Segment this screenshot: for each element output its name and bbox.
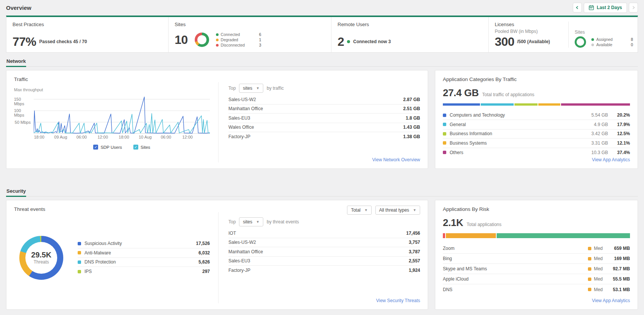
x-tick: 06:00 <box>77 135 87 139</box>
by-threat-events-label: by threat events <box>267 219 299 225</box>
threat-type-name: DNS Protection <box>84 259 116 265</box>
category-name: General <box>450 122 466 127</box>
view-app-analytics-link[interactable]: View App Analytics <box>592 157 630 162</box>
risk-app-row[interactable]: Bing Med 169 MB <box>443 254 630 264</box>
date-next-button[interactable] <box>629 3 638 12</box>
status-value: 6 <box>259 32 261 37</box>
category-row[interactable]: Others 10.3 GB 37.4% <box>443 148 630 158</box>
status-label: Assigned <box>596 37 613 42</box>
date-prev-button[interactable] <box>573 3 582 12</box>
threat-type-count: 297 <box>202 269 210 274</box>
risk-app-row[interactable]: Zoom Med 659 MB <box>443 243 630 254</box>
kpi-licenses[interactable]: Licenses Pooled BW (in Mbps) 300 /500 (A… <box>489 17 639 52</box>
status-label: Disconnected <box>221 42 245 48</box>
kpi-remote-users[interactable]: Remote Users 2 Connected now 3 <box>331 17 489 52</box>
list-item[interactable]: Wales Office 1.43 GB <box>228 123 420 133</box>
site-threats: 17,456 <box>406 231 420 236</box>
section-security: Security <box>6 187 638 196</box>
list-item[interactable]: Sales-US-W2 3,757 <box>228 238 420 248</box>
site-name: Manhattan Office <box>228 249 263 254</box>
risk-badge: Med <box>588 276 603 282</box>
legend-row: Assigned 8 <box>591 37 633 42</box>
top-bar: Overview Last 2 Days <box>0 0 644 15</box>
threats-total-caption: Threats <box>34 259 49 265</box>
site-name: IOT <box>228 231 236 236</box>
list-item[interactable]: Sales-EU3 2,557 <box>228 257 420 266</box>
category-percent: 37.4% <box>608 150 630 155</box>
threats-donut: 29.5K Threats <box>19 236 63 280</box>
x-tick: 12:00 <box>182 135 193 139</box>
license-sites-legend: Assigned 8 Available 0 <box>591 37 633 47</box>
threats-legend: Suspicious Activity 17,526 Anti-Malware … <box>78 239 210 276</box>
date-range-button[interactable]: Last 2 Days <box>584 3 627 13</box>
x-tick: 09 Aug <box>54 135 67 139</box>
x-tick: 18:00 <box>119 135 129 139</box>
status-dot <box>216 44 219 47</box>
category-row[interactable]: Computers and Technology 5.54 GB 20.2% <box>443 111 630 120</box>
view-app-analytics-link[interactable]: View App Analytics <box>592 298 630 303</box>
sites-status-legend: Connected 6 Degraded 1 Disconnected <box>216 32 261 48</box>
status-value: 1 <box>259 37 261 42</box>
category-row[interactable]: Business Systems 3.31 GB 12.1% <box>443 139 630 148</box>
kpi-best-practices[interactable]: Best Practices 77% Passed checks 45 / 70 <box>6 17 169 52</box>
legend-row: Available 0 <box>591 42 633 47</box>
category-traffic: 3.42 GB <box>591 131 608 136</box>
top-entity-dropdown[interactable]: sites ▼ <box>239 84 263 93</box>
risk-app-row[interactable]: Skype and MS Teams Med 92.7 MB <box>443 264 630 274</box>
category-color-swatch <box>443 132 446 136</box>
category-percent: 20.2% <box>608 112 630 118</box>
risk-app-list: Zoom Med 659 MB Bing Med <box>443 243 630 295</box>
chevron-down-icon: ▼ <box>256 220 259 224</box>
top-traffic-list: Sales-US-W2 2.87 GB Manhattan Office 2.5… <box>228 95 420 142</box>
list-item[interactable]: Manhattan Office 3,787 <box>228 247 420 257</box>
app-name: Zoom <box>443 246 455 251</box>
status-value: 0 <box>631 42 633 47</box>
risk-app-row[interactable]: DNS Med 53.1 MB <box>443 284 630 295</box>
series-checkbox[interactable]: ✓ SDP Users <box>93 145 122 150</box>
kpi-sites[interactable]: Sites 10 Connected 6 Degr <box>169 17 331 52</box>
site-name: Factory-JP <box>228 134 250 139</box>
category-name: Business Information <box>450 131 492 136</box>
traffic-card: Traffic Max throughput 150 Mbps 100 Mbps… <box>6 70 428 169</box>
app-categories-card: Application Categories By Traffic 27.4 G… <box>435 70 638 169</box>
threat-filter-dropdown[interactable]: All threat types ▼ <box>375 206 420 215</box>
threat-filter-dropdown[interactable]: Total ▼ <box>347 206 371 215</box>
list-item[interactable]: IOT 17,456 <box>228 229 420 238</box>
site-name: Factory-JP <box>228 268 250 273</box>
risk-level-label: Med <box>594 276 603 282</box>
pooled-bw-value: 300 <box>495 36 514 48</box>
traffic-card-title: Traffic <box>14 76 420 82</box>
y-tick: 100 Mbps <box>14 108 31 117</box>
threat-type-row: Suspicious Activity 17,526 <box>78 239 210 249</box>
list-item[interactable]: Factory-JP 1,924 <box>228 266 420 275</box>
risk-level-swatch <box>588 288 591 291</box>
category-row[interactable]: General 4.9 GB 17.9% <box>443 120 630 129</box>
threat-type-count: 6,032 <box>199 250 210 256</box>
top-label: Top <box>228 219 236 225</box>
category-percent: 17.9% <box>608 122 630 127</box>
checkbox-checked-icon: ✓ <box>93 145 98 150</box>
view-network-overview-link[interactable]: View Network Overview <box>372 157 420 162</box>
apps-by-risk-title: Applications By Risk <box>443 206 630 212</box>
list-item[interactable]: Sales-US-W2 2.87 GB <box>228 95 420 104</box>
risk-level-label: Med <box>594 256 603 261</box>
category-row[interactable]: Business Information 3.42 GB 12.5% <box>443 129 630 139</box>
list-item[interactable]: Factory-JP 1.38 GB <box>228 132 420 142</box>
checkbox-checked-icon: ✓ <box>133 145 138 150</box>
threat-type-name: IPS <box>84 269 92 274</box>
section-network: Network <box>6 58 638 67</box>
top-entity-dropdown[interactable]: sites ▼ <box>239 217 263 226</box>
view-security-threats-link[interactable]: View Security Threats <box>376 298 420 303</box>
kpi-title: Best Practices <box>13 22 162 27</box>
list-item[interactable]: Manhattan Office 2.51 GB <box>228 104 420 114</box>
risk-level-swatch <box>588 257 591 260</box>
traffic-plot[interactable] <box>34 96 210 134</box>
list-item[interactable]: Sales-EU3 1.8 GB <box>228 114 420 123</box>
app-categories-title: Application Categories By Traffic <box>443 76 630 82</box>
risk-app-row[interactable]: Apple iCloud Med 55.5 MB <box>443 274 630 284</box>
chevron-right-icon <box>631 6 635 9</box>
site-traffic: 2.87 GB <box>403 97 420 102</box>
site-name: Sales-EU3 <box>228 115 250 121</box>
y-axis-labels: 150 Mbps 100 Mbps 50 Mbps <box>14 96 34 134</box>
series-checkbox[interactable]: ✓ Sites <box>133 145 150 150</box>
